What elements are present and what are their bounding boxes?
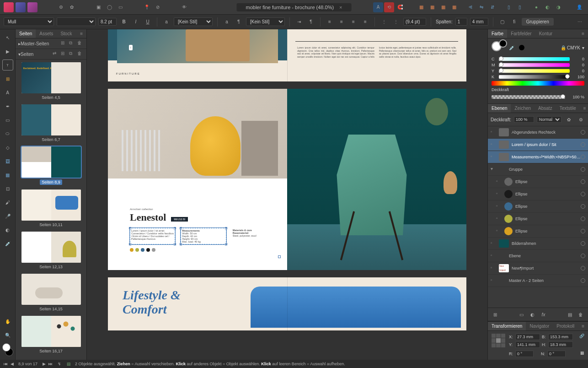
layer-row[interactable]: ▫Ellipse bbox=[488, 200, 588, 213]
tab-textstyles[interactable]: Textstile bbox=[556, 104, 580, 113]
snap-icon[interactable]: 🧲 bbox=[395, 2, 405, 12]
page-thumb-6-7[interactable]: Seiten 6,7 bbox=[18, 104, 84, 142]
visibility-toggle-icon[interactable] bbox=[581, 229, 585, 233]
transform-x-input[interactable] bbox=[515, 334, 540, 340]
page-thumb-8-9[interactable]: Seiten 8,9 bbox=[18, 146, 84, 185]
visibility-toggle-icon[interactable] bbox=[581, 192, 585, 196]
text-frame-description[interactable]: Lorem / ipsum dolor / sit amet Consectet… bbox=[130, 228, 175, 244]
designer-persona-icon[interactable] bbox=[16, 2, 26, 12]
page-thumb-14-15[interactable]: Seiten 14,15 bbox=[18, 274, 84, 311]
visibility-toggle-icon[interactable] bbox=[581, 142, 585, 147]
tab-paragraph[interactable]: Absatz bbox=[535, 104, 556, 113]
last-page-icon[interactable]: ⏭ bbox=[48, 362, 53, 366]
ligature-icon[interactable]: fi bbox=[510, 17, 519, 27]
pages-header[interactable]: ▾ Seiten ⇄ ⊞ ⧉ 🗑 bbox=[16, 49, 86, 60]
visibility-toggle-icon[interactable] bbox=[581, 204, 585, 209]
transparency-tool-icon[interactable]: ◐ bbox=[2, 224, 13, 235]
text-frame-tool-icon[interactable]: T bbox=[2, 60, 13, 70]
artistic-text-tool-icon[interactable]: A bbox=[2, 87, 13, 98]
transform-y-input[interactable] bbox=[515, 341, 540, 348]
zoom-tool-icon[interactable]: 🔍 bbox=[2, 330, 13, 341]
font-select[interactable] bbox=[57, 17, 96, 26]
list-bullet-icon[interactable]: ⋮ bbox=[380, 17, 389, 27]
account-icon[interactable]: 👤 bbox=[574, 2, 584, 12]
visibility-toggle-icon[interactable] bbox=[581, 266, 585, 271]
visibility-toggle-icon[interactable] bbox=[581, 130, 585, 135]
autoflow-icon[interactable]: ↯ bbox=[57, 362, 62, 366]
columns-input[interactable] bbox=[455, 18, 467, 26]
table-tool-icon[interactable]: ⊞ bbox=[2, 73, 13, 84]
duplicate-page-icon[interactable]: ⧉ bbox=[69, 51, 75, 57]
pin-icon[interactable]: 📍 bbox=[142, 2, 152, 12]
visibility-toggle-icon[interactable] bbox=[581, 167, 585, 172]
transform-w-input[interactable] bbox=[548, 334, 573, 340]
layer-row[interactable]: ▫Ellipse bbox=[488, 176, 588, 188]
pen-tool-icon[interactable]: ✒ bbox=[2, 101, 13, 112]
tab-swatches[interactable]: Farbfelder bbox=[507, 29, 535, 38]
layer-row[interactable]: ▫Abgerundetes Rechteck bbox=[488, 126, 588, 139]
delete-master-icon[interactable]: 🗑 bbox=[77, 40, 84, 47]
color-mode-label[interactable]: CMYK bbox=[567, 45, 580, 50]
leading-input[interactable] bbox=[403, 18, 426, 26]
panel-menu-icon[interactable]: ≡ bbox=[76, 29, 86, 38]
flip-v-icon[interactable]: ⇵ bbox=[487, 2, 497, 12]
color-swatch-pair[interactable] bbox=[2, 343, 13, 356]
flip-h-icon[interactable]: ⇋ bbox=[476, 2, 486, 12]
color-dot[interactable] bbox=[152, 248, 155, 252]
spread-4-5[interactable]: I FURNITURE Lorem ipsum dolor sit amet, … bbox=[108, 29, 466, 81]
pilcrow-icon[interactable]: ¶ bbox=[306, 17, 315, 27]
textframe-icon[interactable]: ▢ bbox=[498, 17, 507, 27]
picture-frame-tool-icon[interactable]: 🖼 bbox=[2, 156, 13, 167]
layers-list[interactable]: ▫Abgerundetes Rechteck▫Lorem / ipsum dol… bbox=[488, 126, 588, 308]
visibility-toggle-icon[interactable] bbox=[581, 155, 585, 159]
chevron-down-icon[interactable]: ▾ bbox=[582, 45, 584, 50]
para-style-select[interactable]: [Kein Stil] bbox=[246, 17, 285, 26]
rectangle-tool-icon[interactable]: ▭ bbox=[2, 114, 13, 125]
move-tool-icon[interactable]: ↖ bbox=[2, 32, 13, 43]
publisher-persona-icon[interactable] bbox=[4, 2, 14, 12]
fx-icon[interactable]: fx bbox=[539, 310, 548, 319]
baseline-icon[interactable]: ⟲ bbox=[384, 2, 394, 12]
master-pages-header[interactable]: ▸ Master-Seiten ⊞ ⧉ 🗑 bbox=[16, 38, 86, 49]
square-tool-icon[interactable]: ▣ bbox=[93, 2, 103, 12]
color-wells[interactable] bbox=[492, 41, 504, 54]
close-icon[interactable]: × bbox=[339, 5, 342, 10]
color-dot[interactable] bbox=[130, 248, 134, 252]
delete-page-icon[interactable]: 🗑 bbox=[77, 51, 84, 57]
layer-row[interactable]: ▫Ellipse bbox=[488, 188, 588, 200]
panel-menu-icon[interactable]: ≡ bbox=[578, 29, 588, 38]
link-wh-icon[interactable]: 🔗 bbox=[579, 334, 584, 348]
layer-opacity-input[interactable] bbox=[514, 116, 534, 123]
font-size-input[interactable] bbox=[98, 18, 117, 26]
char-style-select[interactable]: [Kein Stil] bbox=[174, 17, 213, 26]
hue-bar[interactable] bbox=[492, 81, 584, 86]
preferences-icon[interactable]: ✿ bbox=[67, 2, 77, 12]
color-dot[interactable] bbox=[135, 248, 139, 252]
canvas[interactable]: I FURNITURE Lorem ipsum dolor sit amet, … bbox=[87, 29, 487, 360]
color-dot[interactable] bbox=[141, 248, 144, 252]
panel-menu-icon[interactable]: ≡ bbox=[580, 104, 588, 113]
transform-s-input[interactable] bbox=[547, 351, 566, 357]
tab-pages[interactable]: Seiten bbox=[16, 29, 36, 38]
crop-tool-icon[interactable]: ⊡ bbox=[2, 183, 13, 194]
layer-row[interactable]: ▫Ellipse bbox=[488, 225, 588, 238]
preview-icon[interactable]: 👁 bbox=[179, 2, 189, 12]
tab-stock[interactable]: Stock bbox=[57, 29, 75, 38]
opacity-slider[interactable] bbox=[492, 95, 565, 99]
lock-icon[interactable]: 🔒 bbox=[561, 45, 565, 50]
spread-8-9[interactable]: Armchair collection Lenestol 960.213.50 … bbox=[108, 89, 466, 270]
tab-stroke[interactable]: Kontur bbox=[535, 29, 556, 38]
gutter-input[interactable] bbox=[470, 18, 488, 26]
blend-mode-select[interactable]: Normal bbox=[537, 116, 561, 123]
pages-thumbnails[interactable]: Reclaimed. Redefined. Revolution Seiten … bbox=[16, 60, 86, 360]
page-options-icon[interactable]: ⇄ bbox=[53, 51, 59, 57]
layer-row[interactable]: ▫Measurements⏎*Width:<NBSP>50 cm bbox=[488, 151, 588, 163]
page-thumb-16-17[interactable]: Seiten 16,17 bbox=[18, 316, 84, 353]
preflight-icon[interactable]: ▤ bbox=[66, 362, 71, 366]
layer-row[interactable]: ▫Ebene bbox=[488, 250, 588, 262]
align-to-icon[interactable]: ▦ bbox=[580, 351, 584, 357]
visibility-toggle-icon[interactable] bbox=[581, 241, 585, 246]
prev-page-icon[interactable]: ◀ bbox=[9, 362, 15, 366]
duplicate-master-icon[interactable]: ⧉ bbox=[69, 40, 75, 47]
align-justify-icon[interactable]: ≡ bbox=[361, 17, 370, 27]
